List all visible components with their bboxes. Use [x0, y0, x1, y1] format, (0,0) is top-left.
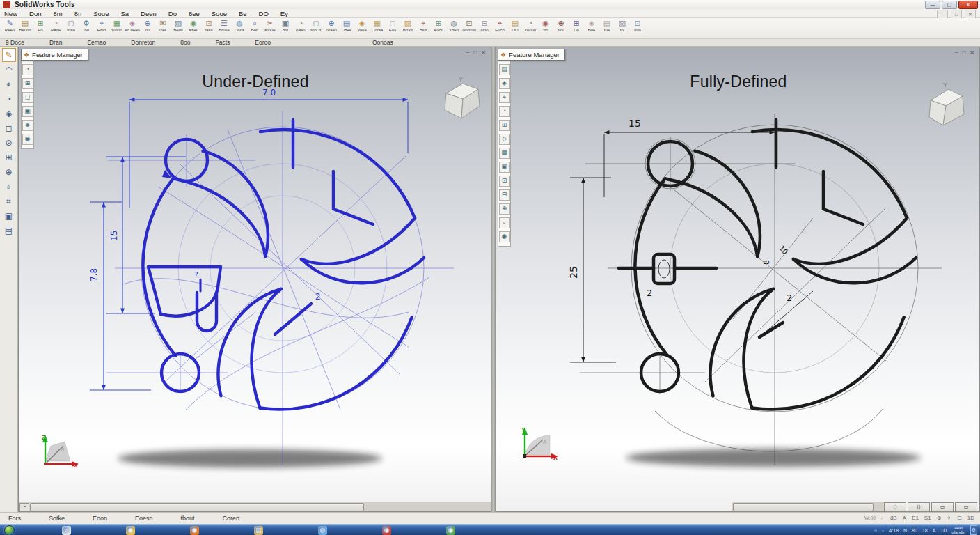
toolbar-button[interactable]: ◻ tnaa	[63, 19, 79, 38]
panel-icon[interactable]: ◻	[22, 92, 33, 103]
toolbar-button[interactable]: ◍ Yhen	[446, 19, 461, 38]
taskbar-icon[interactable]: ◉	[382, 526, 391, 535]
viewport-control-button[interactable]: −	[466, 49, 470, 56]
toolbar-button[interactable]: ▤ tue	[599, 19, 615, 38]
panel-icon[interactable]: ⊕	[499, 203, 510, 215]
view-button[interactable]: ▭	[955, 502, 977, 512]
tray-icon[interactable]: 1D	[940, 528, 947, 533]
status-item[interactable]: tbout	[181, 515, 195, 522]
toolbar-button[interactable]: ▤ O8ee	[339, 19, 354, 38]
toolbar-button[interactable]: ▤ OO	[507, 19, 523, 38]
rail-tool-button[interactable]: ⊙	[2, 136, 16, 150]
status-icon[interactable]: E1	[912, 515, 919, 521]
panel-icon[interactable]: ◉	[22, 134, 33, 145]
toolbar-button[interactable]: ⌖ Biur	[416, 19, 431, 38]
taskbar-icon[interactable]: ⌕	[62, 526, 71, 535]
toolbar-button[interactable]: ☰ Bruke	[216, 19, 232, 38]
sketch-profile[interactable]	[584, 120, 916, 460]
menu-item[interactable]: Ey	[280, 10, 288, 17]
menu-item[interactable]: DO	[259, 10, 269, 17]
scrollbar-thumb[interactable]	[733, 503, 874, 511]
viewport-control-button[interactable]: ✕	[970, 49, 974, 56]
toolbar-button[interactable]: ◈ Bue	[584, 19, 599, 38]
toolbar-button[interactable]: ◉ adieu	[186, 19, 201, 38]
panel-icon[interactable]: ◔	[22, 64, 33, 75]
status-icon[interactable]: 8B	[890, 515, 897, 521]
status-item[interactable]: Eoesn	[135, 515, 153, 522]
menu-item[interactable]: Sooe	[212, 10, 227, 17]
toolbar-button[interactable]: ▣ 8m	[278, 19, 293, 38]
panel-icon[interactable]: ◈	[22, 120, 33, 131]
panel-icon[interactable]: ◇	[499, 134, 510, 145]
status-icon[interactable]: 1D	[967, 515, 974, 521]
view-button[interactable]: ⟨⟩	[908, 502, 930, 512]
rail-tool-button[interactable]: ⌖	[2, 77, 16, 91]
rail-tool-button[interactable]: ⌗	[2, 194, 16, 208]
taskbar-clock[interactable]: eest ufandin	[951, 526, 965, 534]
rail-tool-button[interactable]: ⊞	[2, 150, 16, 164]
toolbar-button[interactable]: ⌖ Hbin	[94, 19, 109, 38]
toolbar-button[interactable]: ◉ tro	[538, 19, 553, 38]
taskbar-icon[interactable]: ◉	[446, 526, 455, 535]
toolbar-button[interactable]: ⊡ tino	[630, 19, 645, 38]
panel-icon[interactable]: ◔	[499, 106, 510, 117]
sketch-profile[interactable]	[92, 120, 424, 460]
dimension-lines[interactable]	[90, 100, 408, 390]
panel-icon[interactable]: ▣	[22, 106, 33, 117]
toolbar-button[interactable]: ⊞ Do	[569, 19, 584, 38]
status-icon[interactable]: S1	[924, 515, 931, 521]
toolbar-button[interactable]: ⚙ tou	[79, 19, 94, 38]
start-button[interactable]	[4, 525, 15, 535]
view-button[interactable]: ▭	[931, 502, 954, 512]
tray-icon[interactable]: ◦	[882, 528, 883, 533]
command-tab[interactable]: Eoroo	[255, 39, 271, 46]
rail-tool-button[interactable]: ⊕	[2, 165, 16, 179]
status-icon[interactable]: ✈	[947, 515, 951, 521]
rail-tool-button[interactable]: ◔	[2, 92, 16, 106]
toolbar-button[interactable]: ⊞ Eo	[33, 19, 48, 38]
toolbar-button[interactable]: ◍ Oona	[232, 19, 247, 38]
toolbar-button[interactable]: ▧ toi	[615, 19, 630, 38]
command-tab[interactable]: Oonoas	[372, 39, 393, 46]
status-icon[interactable]: ⊟	[957, 515, 962, 521]
status-icon[interactable]: ⌐	[881, 515, 885, 521]
status-item[interactable]: Fors	[8, 515, 21, 522]
toolbar-button[interactable]: ✉ Oer	[155, 19, 171, 38]
scroll-left-button[interactable]: ◔	[19, 503, 29, 512]
panel-icon[interactable]: ⊞	[22, 78, 33, 89]
tray-icon[interactable]: ⌂	[874, 528, 877, 533]
horizontal-scrollbar[interactable]	[732, 502, 890, 511]
horizontal-scrollbar[interactable]: ◔	[19, 502, 491, 511]
command-tab[interactable]: Eemao	[87, 39, 106, 46]
panel-icon[interactable]: ⌕	[499, 217, 510, 228]
taskbar-icon[interactable]: ◉	[126, 526, 135, 535]
menu-item[interactable]: New	[4, 10, 17, 17]
toolbar-button[interactable]: ◻ Eos	[385, 19, 400, 38]
feature-manager-tab[interactable]: ❖ Feature Manager	[498, 49, 565, 61]
rail-tool-button[interactable]: ◈	[2, 107, 16, 121]
command-tab[interactable]: 8oo	[180, 39, 190, 46]
menu-item[interactable]: Sa	[120, 10, 129, 17]
toolbar-button[interactable]: ▦ tunoo	[109, 19, 125, 38]
panel-icon[interactable]: ⊡	[499, 176, 510, 187]
toolbar-button[interactable]: ⌕ Bon	[247, 19, 262, 38]
panel-icon[interactable]: ◈	[499, 78, 510, 89]
panel-icon[interactable]: ⊟	[499, 189, 510, 201]
toolbar-button[interactable]: ⊟ Uno	[477, 19, 492, 38]
toolbar-button[interactable]: ▤ Beuon	[17, 19, 33, 38]
viewport-control-button[interactable]: −	[955, 49, 958, 56]
menu-item[interactable]: Don	[29, 10, 41, 17]
toolbar-button[interactable]: ◔ Youon	[523, 19, 538, 38]
feature-manager-tab[interactable]: ❖ Feature Manager	[21, 49, 88, 61]
taskbar-icon[interactable]: ◉	[190, 526, 199, 535]
rail-tool-button[interactable]: ▣	[2, 209, 16, 223]
toolbar-button[interactable]: ◔ 6aeo	[293, 19, 308, 38]
show-desktop-button[interactable]: 0	[970, 525, 977, 535]
status-item[interactable]: Corert	[223, 515, 240, 522]
menu-item[interactable]: Soue	[93, 10, 109, 17]
toolbar-button[interactable]: ⊡ Dornun	[461, 19, 477, 38]
tray-icon[interactable]: N	[903, 528, 907, 533]
menu-item[interactable]: 8m	[53, 10, 62, 17]
maximize-button[interactable]: ▢	[942, 1, 957, 9]
command-tab[interactable]: Dran	[49, 39, 62, 46]
